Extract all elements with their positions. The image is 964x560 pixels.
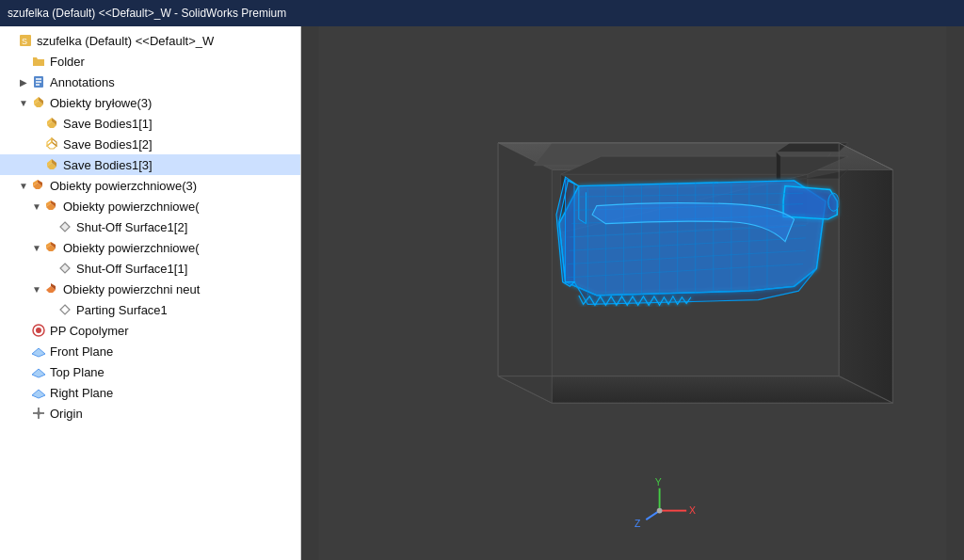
label-surface-bodies: Obiekty powierzchniowe(3) [50,179,197,193]
icon-front-plane [30,343,47,360]
icon-save-bodies-2 [43,136,60,152]
expand-arrow-surface-bodies[interactable]: ▼ [17,179,30,192]
expand-arrow-save-bodies-2[interactable] [30,137,43,151]
label-save-bodies-3: Save Bodies1[3] [63,158,153,172]
svg-point-7 [36,328,41,333]
tree-item-right-plane[interactable]: Right Plane [0,382,300,403]
label-origin: Origin [50,407,83,421]
tree-item-shutoff-2[interactable]: Shut-Off Surface1[2] [0,216,300,237]
label-surface-sub-2: Obiekty powierzchniowe( [63,241,200,255]
label-front-plane: Front Plane [50,344,113,359]
label-top-plane: Top Plane [50,365,104,379]
label-folder: Folder [50,55,85,69]
icon-shutoff-1 [56,260,73,277]
label-parting-surface: Parting Surface1 [76,303,168,317]
expand-arrow-save-bodies-3[interactable] [30,158,43,171]
svg-marker-17 [561,156,848,174]
expand-arrow-surface-sub-1[interactable]: ▼ [30,200,43,213]
tree-item-surface-sub-2[interactable]: ▼Obiekty powierzchniowe( [0,237,300,258]
tree-item-top-plane[interactable]: Top Plane [0,361,300,382]
tree-item-surface-bodies[interactable]: ▼Obiekty powierzchniowe(3) [0,175,300,196]
icon-folder [30,53,47,70]
icon-surface-sub-2 [43,239,60,256]
expand-arrow-annotations[interactable]: ▶ [17,75,30,88]
svg-marker-12 [839,143,892,403]
expand-arrow-front-plane[interactable] [17,344,30,358]
label-save-bodies-2: Save Bodies1[2] [63,137,153,152]
tree-item-parting-surface[interactable]: Parting Surface1 [0,299,300,320]
icon-shutoff-2 [56,218,73,235]
expand-arrow-shutoff-2[interactable] [43,220,56,233]
tree-item-save-bodies-3[interactable]: Save Bodies1[3] [0,154,300,175]
label-solid-bodies: Obiekty bryłowe(3) [50,96,152,110]
svg-marker-15 [498,143,552,403]
svg-point-10 [37,411,40,415]
icon-annotations [30,73,47,90]
tree-item-origin[interactable]: Origin [0,403,300,424]
expand-arrow-surface-sub-2[interactable]: ▼ [30,241,43,254]
label-root: szufelka (Default) <<Default>_W [37,34,214,48]
label-material: PP Copolymer [50,324,129,338]
expand-arrow-neutral-surface[interactable]: ▼ [30,282,43,296]
expand-arrow-solid-bodies[interactable]: ▼ [17,96,30,109]
tree-item-material[interactable]: PP Copolymer [0,320,300,341]
tree-item-save-bodies-2[interactable]: Save Bodies1[2] [0,134,300,154]
icon-material [30,322,47,339]
tree-item-front-plane[interactable]: Front Plane [0,341,300,361]
svg-point-37 [657,508,663,514]
title-text: szufelka (Default) <<Default>_W - SolidW… [8,7,286,20]
tree-panel[interactable]: Sszufelka (Default) <<Default>_WFolder▶A… [0,26,301,560]
expand-arrow-right-plane[interactable] [17,386,30,399]
tree-item-surface-sub-1[interactable]: ▼Obiekty powierzchniowe( [0,196,300,216]
svg-text:S: S [22,37,27,46]
expand-arrow-save-bodies-1[interactable] [30,117,43,130]
icon-surface-bodies [30,177,47,194]
expand-arrow-root[interactable] [4,34,17,47]
tree-item-folder[interactable]: Folder [0,51,300,72]
icon-right-plane [30,384,47,401]
icon-save-bodies-3 [43,156,60,173]
label-annotations: Annotations [50,75,115,89]
svg-text:Y: Y [655,477,662,488]
svg-point-23 [828,193,839,211]
viewport-3d[interactable]: X Y Z [301,26,964,560]
icon-origin [30,405,47,422]
icon-parting-surface [56,301,73,318]
title-bar: szufelka (Default) <<Default>_W - SolidW… [0,0,964,26]
svg-marker-13 [498,376,892,404]
svg-text:Z: Z [635,519,641,529]
main-content: Sszufelka (Default) <<Default>_WFolder▶A… [0,26,964,560]
expand-arrow-shutoff-1[interactable] [43,262,56,275]
label-right-plane: Right Plane [50,386,113,400]
tree-item-neutral-surface[interactable]: ▼Obiekty powierzchni neut [0,279,300,299]
svg-text:X: X [689,505,696,516]
label-save-bodies-1: Save Bodies1[1] [63,117,153,131]
tree-item-root[interactable]: Sszufelka (Default) <<Default>_W [0,30,300,51]
expand-arrow-origin[interactable] [17,407,30,420]
expand-arrow-material[interactable] [17,324,30,337]
tree-item-save-bodies-1[interactable]: Save Bodies1[1] [0,113,300,134]
expand-arrow-top-plane[interactable] [17,365,30,378]
tree-item-shutoff-1[interactable]: Shut-Off Surface1[1] [0,258,300,279]
label-shutoff-2: Shut-Off Surface1[2] [76,220,187,234]
icon-save-bodies-1 [43,115,60,132]
icon-surface-sub-1 [43,198,60,215]
icon-top-plane [30,363,47,380]
expand-arrow-parting-surface[interactable] [43,303,56,316]
label-neutral-surface: Obiekty powierzchni neut [63,282,200,296]
label-shutoff-1: Shut-Off Surface1[1] [76,262,187,276]
expand-arrow-folder[interactable] [17,55,30,68]
icon-neutral-surface [43,280,60,297]
tree-item-annotations[interactable]: ▶Annotations [0,72,300,92]
tree-item-solid-bodies[interactable]: ▼Obiekty bryłowe(3) [0,92,300,113]
label-surface-sub-1: Obiekty powierzchniowe( [63,200,200,214]
icon-solid-bodies [30,94,47,111]
icon-root: S [17,32,34,49]
